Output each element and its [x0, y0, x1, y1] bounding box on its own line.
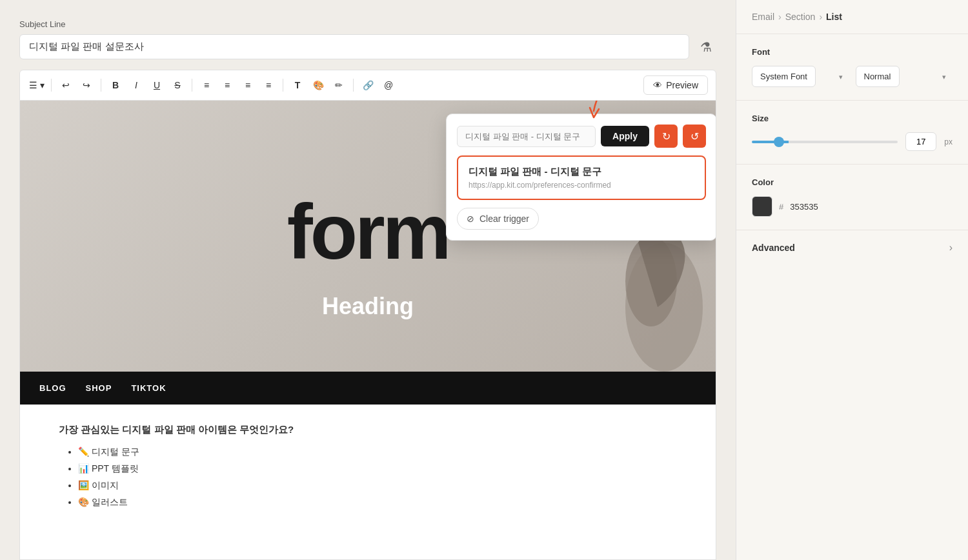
subject-input[interactable] — [19, 34, 689, 59]
toolbar-sep-5 — [353, 79, 354, 92]
size-unit: px — [944, 137, 953, 146]
link-card-title: 디지털 파일 판매 - 디지털 문구 — [469, 166, 694, 178]
right-panel: Email › Section › List Font System Font … — [736, 0, 968, 560]
breadcrumb-section[interactable]: Section — [785, 12, 816, 22]
toolbar-sep-4 — [283, 79, 283, 92]
toolbar-sep-1 — [51, 79, 52, 92]
bold-btn[interactable]: B — [106, 76, 125, 94]
link-card-url: https://app.kit.com/preferences-confirme… — [469, 181, 694, 190]
link-result-card[interactable]: 디지털 파일 판매 - 디지털 문구 https://app.kit.com/p… — [457, 155, 706, 200]
eye-icon: 👁 — [653, 80, 662, 90]
advanced-section: Advanced › — [736, 230, 968, 265]
link-popup: Apply ↻ ↺ 디지털 파일 판매 - 디지털 문구 https://app… — [446, 114, 716, 241]
strikethrough-btn[interactable]: S — [168, 76, 187, 94]
color-row: # 353535 — [752, 196, 953, 217]
link-rotate-btn[interactable]: ↺ — [683, 125, 706, 148]
advanced-label: Advanced — [752, 243, 795, 253]
nav-item-blog[interactable]: BLOG — [39, 383, 66, 393]
pen-btn[interactable]: ✏ — [330, 76, 348, 94]
editor-area: Subject Line ⚗ ☰ ▾ ↩ ↪ B I U S ≡ ≡ ≡ ≡ T… — [0, 0, 736, 560]
font-section: Font System Font Normal — [736, 34, 968, 101]
content-wrapper: form Heading BLOG SHOP TIKTOK 가장 관심있는 디지… — [19, 101, 716, 560]
size-row: px — [752, 132, 953, 151]
clear-trigger-icon: ⊘ — [467, 214, 474, 224]
toolbar-sep-3 — [192, 79, 192, 92]
align-right-btn[interactable]: ≡ — [239, 76, 257, 94]
underline-btn[interactable]: U — [148, 76, 166, 94]
body-content: 가장 관심있는 디지털 파일 판매 아이템은 무엇인가요? ✏️ 디지털 문구 … — [20, 405, 716, 528]
preview-label: Preview — [666, 80, 698, 90]
undo-btn[interactable]: ↩ — [57, 76, 75, 94]
breadcrumb: Email › Section › List — [736, 0, 968, 34]
align-left-btn[interactable]: ≡ — [197, 76, 216, 94]
list-btn[interactable]: ☰ ▾ — [28, 76, 46, 94]
toolbar: ☰ ▾ ↩ ↪ B I U S ≡ ≡ ≡ ≡ T 🎨 ✏ 🔗 @ 👁 Prev… — [19, 70, 716, 101]
font-section-label: Font — [752, 47, 953, 57]
link-input[interactable] — [457, 126, 596, 147]
color-section-label: Color — [752, 177, 953, 187]
color-section: Color # 353535 — [736, 165, 968, 230]
heading-brand-text: form — [287, 187, 449, 276]
redo-btn[interactable]: ↪ — [77, 76, 96, 94]
breadcrumb-sep-1: › — [778, 12, 781, 22]
align-justify-btn[interactable]: ≡ — [259, 76, 277, 94]
italic-btn[interactable]: I — [127, 76, 145, 94]
list-item: ✏️ 디지털 문구 — [78, 446, 677, 458]
list-item: 🎨 일러스트 — [78, 497, 677, 508]
heading-overlay-text: Heading — [322, 293, 414, 320]
clear-trigger-btn[interactable]: ⊘ Clear trigger — [457, 208, 539, 230]
rotate-icon: ↺ — [691, 130, 699, 143]
breadcrumb-sep-2: › — [819, 12, 822, 22]
nav-item-shop[interactable]: SHOP — [86, 383, 112, 393]
refresh-icon: ↻ — [662, 130, 671, 143]
size-section-label: Size — [752, 114, 953, 123]
breadcrumb-email[interactable]: Email — [752, 12, 774, 22]
color-value[interactable]: 353535 — [790, 202, 818, 212]
nav-bar: BLOG SHOP TIKTOK — [20, 372, 716, 405]
flask-icon[interactable]: ⚗ — [696, 37, 716, 57]
font-family-select[interactable]: System Font — [752, 66, 816, 87]
survey-list: ✏️ 디지털 문구 📊 PPT 템플릿 🖼️ 이미지 🎨 일러스트 — [59, 446, 677, 508]
advanced-chevron-icon[interactable]: › — [949, 242, 953, 254]
font-style-wrapper: Normal — [856, 66, 953, 87]
font-family-wrapper: System Font — [752, 66, 849, 87]
color-btn[interactable]: 🎨 — [309, 76, 327, 94]
list-item: 📊 PPT 템플릿 — [78, 463, 677, 475]
mention-btn[interactable]: @ — [379, 76, 398, 94]
color-hash: # — [779, 202, 783, 212]
size-input[interactable] — [905, 132, 936, 151]
link-refresh-btn[interactable]: ↻ — [654, 125, 678, 148]
list-item: 🖼️ 이미지 — [78, 480, 677, 492]
clear-trigger-label: Clear trigger — [479, 214, 529, 224]
link-btn[interactable]: 🔗 — [359, 76, 377, 94]
subject-label: Subject Line — [19, 19, 716, 29]
apply-btn[interactable]: Apply — [601, 126, 649, 146]
subject-row: ⚗ — [19, 34, 716, 59]
size-section: Size px — [736, 101, 968, 165]
nav-item-tiktok[interactable]: TIKTOK — [131, 383, 166, 393]
text-size-btn[interactable]: T — [288, 76, 307, 94]
font-row: System Font Normal — [752, 66, 953, 87]
toolbar-sep-2 — [101, 79, 101, 92]
survey-question: 가장 관심있는 디지털 파일 판매 아이템은 무엇인가요? — [59, 424, 677, 436]
align-center-btn[interactable]: ≡ — [218, 76, 236, 94]
link-popup-input-row: Apply ↻ ↺ — [457, 125, 706, 148]
preview-btn[interactable]: 👁 Preview — [643, 75, 708, 95]
color-swatch[interactable] — [752, 196, 772, 217]
size-slider[interactable] — [752, 141, 898, 143]
font-style-select[interactable]: Normal — [856, 66, 900, 87]
breadcrumb-current: List — [826, 12, 842, 22]
